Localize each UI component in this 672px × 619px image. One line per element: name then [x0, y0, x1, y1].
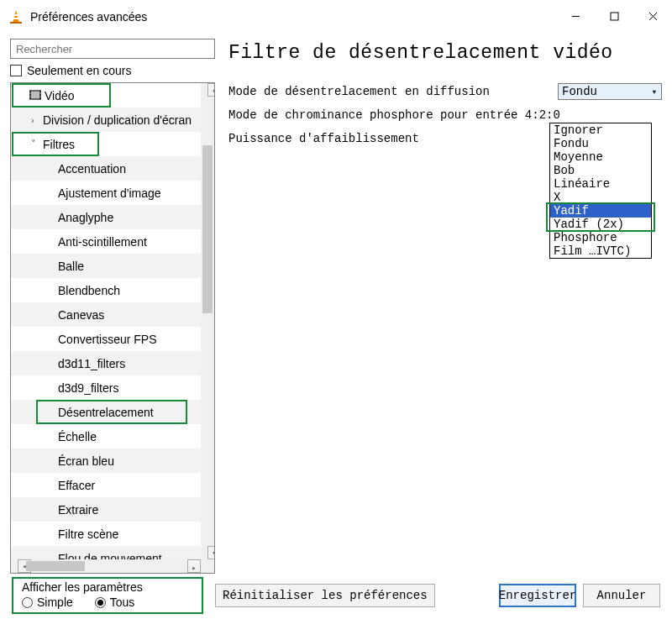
cancel-button[interactable]: Annuler [583, 584, 660, 607]
maximize-button[interactable] [595, 0, 633, 33]
display-params-group: Afficher les paramètres Simple Tous [12, 577, 203, 614]
tree-item-label: Ajustement d'image [58, 186, 161, 200]
tree-item[interactable]: Balle [11, 254, 201, 278]
tree-item-label: Filtres [43, 138, 75, 151]
dropdown-option[interactable]: Ignorer [550, 123, 651, 137]
dropdown-option[interactable]: Moyenne [550, 150, 651, 164]
svg-rect-14 [39, 94, 41, 96]
tree-item[interactable]: ›Division / duplication d'écran [11, 108, 201, 132]
radio-icon [22, 597, 33, 608]
tree-item[interactable]: d3d11_filters [11, 351, 201, 375]
tree-item-label: Blendbench [58, 284, 120, 297]
tree-item[interactable]: Désentrelacement [11, 400, 201, 424]
dropdown-option[interactable]: Yadif [550, 204, 651, 218]
svg-rect-5 [611, 13, 618, 20]
dropdown-option[interactable]: Yadif (2x) [550, 218, 651, 231]
setting-deinterlace-mode: Mode de désentrelacement en diffusion Fo… [228, 82, 662, 101]
combo-value: Fondu [562, 85, 597, 98]
radio-all[interactable]: Tous [95, 595, 135, 609]
tree-item[interactable]: Anaglyphe [11, 205, 201, 229]
hscroll-thumb[interactable] [26, 561, 85, 571]
svg-rect-11 [29, 94, 31, 96]
tree-item-label: Vidéo [45, 89, 75, 102]
search-input[interactable] [10, 39, 215, 59]
scroll-thumb[interactable] [202, 145, 213, 313]
tree-item-label: Extraire [58, 503, 98, 517]
save-button[interactable]: Enregistrer [499, 584, 576, 607]
scrollbar-corner [201, 559, 214, 573]
tree-item-label: Anti-scintillement [58, 235, 147, 249]
tree-item[interactable]: Filtre scène [11, 522, 201, 546]
tree-item-label: Filtre scène [58, 527, 118, 541]
app-cone-icon [8, 9, 24, 24]
tree-item[interactable]: Accentuation [11, 156, 201, 181]
deinterlace-mode-combo[interactable]: Fondu ▼ [558, 83, 662, 100]
only-running-checkbox[interactable]: Seulement en cours [10, 64, 215, 77]
svg-rect-2 [13, 18, 18, 19]
svg-rect-1 [13, 14, 18, 16]
tree-item-label: Anaglyphe [58, 211, 113, 224]
reset-preferences-button[interactable]: Réinitialiser les préférences [215, 584, 435, 607]
radio-label: Tous [110, 595, 135, 609]
only-running-label: Seulement en cours [27, 64, 132, 77]
dropdown-option[interactable]: X [550, 191, 651, 204]
tree-item-label: Canevas [58, 308, 104, 322]
tree-item-label: Convertisseur FPS [58, 333, 156, 346]
film-icon [29, 89, 45, 102]
tree-item[interactable]: Blendbench [11, 278, 201, 302]
tree-item-label: Écran bleu [58, 454, 114, 468]
svg-rect-15 [39, 97, 41, 99]
radio-icon [95, 597, 106, 608]
tree-item-label: Flou de mouvement [58, 552, 162, 560]
radio-simple[interactable]: Simple [22, 595, 73, 609]
scroll-up-icon[interactable]: ▴ [207, 83, 215, 97]
tree-item-label: d3d11_filters [58, 357, 125, 370]
deinterlace-mode-dropdown[interactable]: IgnorerFonduMoyenneBobLinéaireXYadifYadi… [549, 123, 652, 259]
svg-rect-9 [31, 92, 39, 98]
tree-item[interactable]: Anti-scintillement [11, 229, 201, 254]
tree-item-label: Balle [58, 260, 84, 273]
tree-item[interactable]: ˅Filtres [11, 132, 201, 156]
tree-item[interactable]: Flou de mouvement [11, 546, 201, 559]
tree-item[interactable]: Extraire [11, 497, 201, 522]
window-title: Préférences avancées [30, 10, 556, 24]
tree-horizontal-scrollbar[interactable]: ◂ ▸ [11, 559, 201, 573]
svg-rect-12 [29, 97, 31, 99]
tree-item-label: Accentuation [58, 162, 126, 176]
tree-item[interactable]: d3d9_filters [11, 375, 201, 400]
title-bar: Préférences avancées [0, 0, 672, 34]
scroll-down-icon[interactable]: ▾ [207, 546, 215, 559]
setting-label: Mode de désentrelacement en diffusion [228, 85, 558, 98]
button-label: Annuler [597, 589, 647, 602]
tree-item[interactable]: Vidéo [11, 83, 201, 108]
button-label: Réinitialiser les préférences [223, 589, 428, 602]
svg-marker-0 [13, 10, 19, 23]
tree-item[interactable]: Ajustement d'image [11, 181, 201, 205]
svg-rect-10 [29, 91, 31, 92]
minimize-button[interactable] [556, 0, 595, 33]
tree-item[interactable]: Écran bleu [11, 449, 201, 473]
tree-item-label: Effacer [58, 479, 95, 492]
svg-rect-3 [10, 22, 22, 24]
tree-item[interactable]: Effacer [11, 473, 201, 497]
display-params-legend: Afficher les paramètres [22, 580, 193, 594]
tree-item-label: d3d9_filters [58, 381, 118, 395]
tree-item[interactable]: Convertisseur FPS [11, 327, 201, 351]
close-button[interactable] [633, 0, 672, 33]
tree-item[interactable]: Échelle [11, 424, 201, 449]
tree-item[interactable]: Canevas [11, 302, 201, 327]
preferences-tree: Vidéo›Division / duplication d'écran˅Fil… [10, 82, 215, 574]
dropdown-option[interactable]: Fondu [550, 137, 651, 150]
tree-vertical-scrollbar[interactable]: ▴ ▾ [201, 83, 214, 559]
radio-label: Simple [37, 595, 73, 609]
scroll-right-icon[interactable]: ▸ [187, 559, 201, 573]
checkbox-icon [10, 65, 22, 76]
expand-icon: › [31, 115, 43, 125]
tree-item-label: Désentrelacement [58, 406, 154, 419]
dropdown-option[interactable]: Bob [550, 164, 651, 177]
bottom-bar: Afficher les paramètres Simple Tous Réin… [0, 574, 672, 619]
dropdown-option[interactable]: Phosphore [550, 231, 651, 244]
dropdown-option[interactable]: Film …IVTC) [550, 244, 651, 258]
setting-phosphor-chroma: Mode de chrominance phosphore pour entré… [228, 106, 662, 124]
dropdown-option[interactable]: Linéaire [550, 177, 651, 191]
